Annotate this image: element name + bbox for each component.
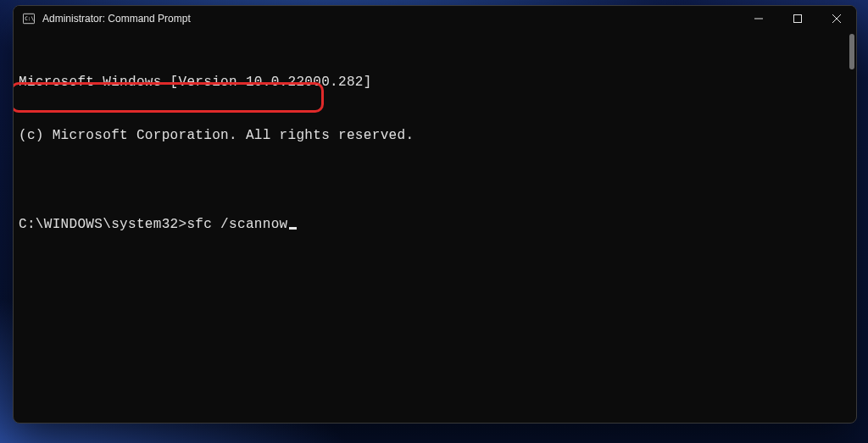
- window-title: Administrator: Command Prompt: [42, 6, 191, 31]
- version-line: Microsoft Windows [Version 10.0.22000.28…: [19, 74, 846, 91]
- close-button[interactable]: [817, 6, 856, 31]
- svg-rect-3: [794, 15, 802, 23]
- prompt-path: C:\WINDOWS\system32>: [19, 217, 186, 232]
- copyright-line: (c) Microsoft Corporation. All rights re…: [19, 127, 846, 145]
- prompt-line: C:\WINDOWS\system32>sfc /scannow: [19, 216, 846, 234]
- vertical-scrollbar[interactable]: [849, 34, 854, 69]
- window-controls: [739, 6, 856, 31]
- terminal-output[interactable]: Microsoft Windows [Version 10.0.22000.28…: [14, 31, 856, 423]
- cmd-window: C:\ Administrator: Command Prompt Micros…: [13, 5, 857, 424]
- titlebar[interactable]: C:\ Administrator: Command Prompt: [14, 6, 856, 31]
- svg-text:C:\: C:\: [25, 15, 34, 21]
- cmd-icon: C:\: [22, 12, 36, 25]
- typed-command: sfc /scannow: [186, 217, 287, 232]
- minimize-button[interactable]: [739, 6, 778, 31]
- text-cursor: [289, 227, 297, 230]
- maximize-button[interactable]: [778, 6, 817, 31]
